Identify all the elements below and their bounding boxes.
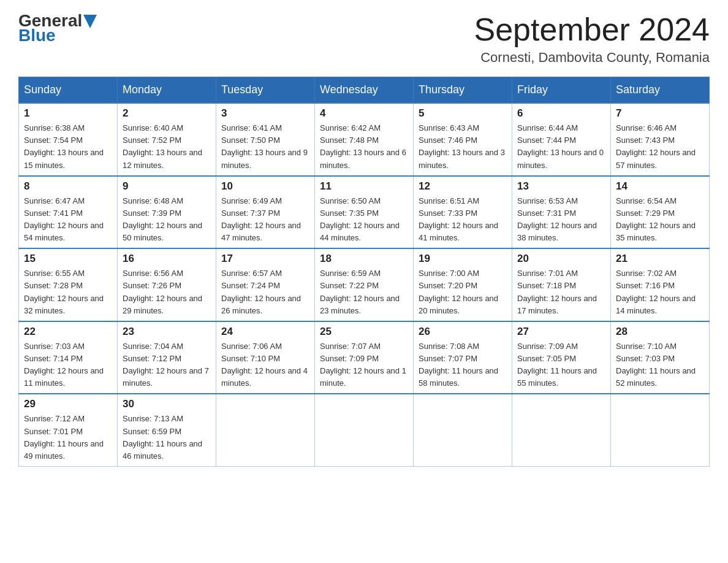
calendar-cell: 18Sunrise: 6:59 AMSunset: 7:22 PMDayligh… <box>315 248 414 321</box>
day-info: Sunrise: 6:53 AMSunset: 7:31 PMDaylight:… <box>517 195 605 245</box>
day-info: Sunrise: 6:38 AMSunset: 7:54 PMDaylight:… <box>24 122 112 172</box>
day-number: 15 <box>24 253 112 265</box>
day-number: 20 <box>517 253 605 265</box>
day-number: 21 <box>616 253 704 265</box>
day-info: Sunrise: 7:04 AMSunset: 7:12 PMDaylight:… <box>123 340 211 390</box>
day-info: Sunrise: 6:54 AMSunset: 7:29 PMDaylight:… <box>616 195 704 245</box>
day-number: 6 <box>517 107 605 120</box>
day-number: 9 <box>123 180 211 193</box>
calendar-cell: 29Sunrise: 7:12 AMSunset: 7:01 PMDayligh… <box>19 394 118 466</box>
calendar-cell: 4Sunrise: 6:42 AMSunset: 7:48 PMDaylight… <box>315 103 414 176</box>
calendar-cell: 30Sunrise: 7:13 AMSunset: 6:59 PMDayligh… <box>118 394 216 466</box>
calendar-table: SundayMondayTuesdayWednesdayThursdayFrid… <box>18 77 710 467</box>
day-number: 25 <box>320 326 408 338</box>
day-info: Sunrise: 6:42 AMSunset: 7:48 PMDaylight:… <box>320 122 408 172</box>
week-row-5: 29Sunrise: 7:12 AMSunset: 7:01 PMDayligh… <box>19 394 710 466</box>
day-number: 11 <box>320 180 408 193</box>
calendar-cell <box>611 394 710 466</box>
weekday-header-thursday: Thursday <box>414 77 512 104</box>
page-header: General Blue September 2024 Cornesti, Da… <box>18 12 710 66</box>
day-number: 16 <box>123 253 211 265</box>
day-info: Sunrise: 7:08 AMSunset: 7:07 PMDaylight:… <box>419 340 507 390</box>
day-info: Sunrise: 7:06 AMSunset: 7:10 PMDaylight:… <box>221 340 309 390</box>
calendar-cell: 17Sunrise: 6:57 AMSunset: 7:24 PMDayligh… <box>216 248 315 321</box>
day-number: 4 <box>320 107 408 120</box>
calendar-cell: 11Sunrise: 6:50 AMSunset: 7:35 PMDayligh… <box>315 176 414 249</box>
day-number: 10 <box>221 180 309 193</box>
calendar-cell <box>315 394 414 466</box>
calendar-cell: 28Sunrise: 7:10 AMSunset: 7:03 PMDayligh… <box>611 321 710 394</box>
day-info: Sunrise: 6:59 AMSunset: 7:22 PMDaylight:… <box>320 267 408 317</box>
weekday-header-wednesday: Wednesday <box>315 77 414 104</box>
day-info: Sunrise: 6:44 AMSunset: 7:44 PMDaylight:… <box>517 122 605 172</box>
day-number: 23 <box>123 326 211 338</box>
day-info: Sunrise: 6:48 AMSunset: 7:39 PMDaylight:… <box>123 195 211 245</box>
weekday-header-sunday: Sunday <box>19 77 118 104</box>
day-info: Sunrise: 6:57 AMSunset: 7:24 PMDaylight:… <box>221 267 309 317</box>
day-number: 17 <box>221 253 309 265</box>
weekday-header-tuesday: Tuesday <box>216 77 315 104</box>
day-info: Sunrise: 6:55 AMSunset: 7:28 PMDaylight:… <box>24 267 112 317</box>
day-info: Sunrise: 6:41 AMSunset: 7:50 PMDaylight:… <box>221 122 309 172</box>
weekday-header-row: SundayMondayTuesdayWednesdayThursdayFrid… <box>19 77 710 104</box>
weekday-header-monday: Monday <box>118 77 216 104</box>
day-info: Sunrise: 6:56 AMSunset: 7:26 PMDaylight:… <box>123 267 211 317</box>
day-info: Sunrise: 7:00 AMSunset: 7:20 PMDaylight:… <box>419 267 507 317</box>
day-number: 27 <box>517 326 605 338</box>
calendar-cell: 9Sunrise: 6:48 AMSunset: 7:39 PMDaylight… <box>118 176 216 249</box>
day-number: 30 <box>123 398 211 410</box>
day-number: 12 <box>419 180 507 193</box>
calendar-cell: 19Sunrise: 7:00 AMSunset: 7:20 PMDayligh… <box>414 248 512 321</box>
week-row-3: 15Sunrise: 6:55 AMSunset: 7:28 PMDayligh… <box>19 248 710 321</box>
day-number: 3 <box>221 107 309 120</box>
calendar-cell: 6Sunrise: 6:44 AMSunset: 7:44 PMDaylight… <box>512 103 611 176</box>
calendar-cell: 13Sunrise: 6:53 AMSunset: 7:31 PMDayligh… <box>512 176 611 249</box>
week-row-4: 22Sunrise: 7:03 AMSunset: 7:14 PMDayligh… <box>19 321 710 394</box>
calendar-cell: 7Sunrise: 6:46 AMSunset: 7:43 PMDaylight… <box>611 103 710 176</box>
day-number: 1 <box>24 107 112 120</box>
calendar-cell <box>216 394 315 466</box>
day-info: Sunrise: 7:03 AMSunset: 7:14 PMDaylight:… <box>24 340 112 390</box>
logo-triangle-icon <box>83 15 97 28</box>
calendar-cell: 20Sunrise: 7:01 AMSunset: 7:18 PMDayligh… <box>512 248 611 321</box>
day-info: Sunrise: 6:47 AMSunset: 7:41 PMDaylight:… <box>24 195 112 245</box>
calendar-cell: 24Sunrise: 7:06 AMSunset: 7:10 PMDayligh… <box>216 321 315 394</box>
day-number: 24 <box>221 326 309 338</box>
calendar-cell: 2Sunrise: 6:40 AMSunset: 7:52 PMDaylight… <box>118 103 216 176</box>
day-info: Sunrise: 7:01 AMSunset: 7:18 PMDaylight:… <box>517 267 605 317</box>
day-info: Sunrise: 7:09 AMSunset: 7:05 PMDaylight:… <box>517 340 605 390</box>
logo-blue-text: Blue <box>18 27 56 44</box>
day-number: 28 <box>616 326 704 338</box>
day-number: 13 <box>517 180 605 193</box>
calendar-cell: 5Sunrise: 6:43 AMSunset: 7:46 PMDaylight… <box>414 103 512 176</box>
day-number: 26 <box>419 326 507 338</box>
calendar-cell: 1Sunrise: 6:38 AMSunset: 7:54 PMDaylight… <box>19 103 118 176</box>
calendar-cell <box>512 394 611 466</box>
calendar-cell <box>414 394 512 466</box>
day-number: 18 <box>320 253 408 265</box>
day-number: 5 <box>419 107 507 120</box>
day-number: 7 <box>616 107 704 120</box>
day-number: 29 <box>24 398 112 410</box>
day-info: Sunrise: 6:50 AMSunset: 7:35 PMDaylight:… <box>320 195 408 245</box>
day-info: Sunrise: 6:40 AMSunset: 7:52 PMDaylight:… <box>123 122 211 172</box>
calendar-cell: 12Sunrise: 6:51 AMSunset: 7:33 PMDayligh… <box>414 176 512 249</box>
day-info: Sunrise: 7:10 AMSunset: 7:03 PMDaylight:… <box>616 340 704 390</box>
day-info: Sunrise: 6:51 AMSunset: 7:33 PMDaylight:… <box>419 195 507 245</box>
calendar-cell: 27Sunrise: 7:09 AMSunset: 7:05 PMDayligh… <box>512 321 611 394</box>
day-number: 14 <box>616 180 704 193</box>
day-number: 19 <box>419 253 507 265</box>
calendar-cell: 21Sunrise: 7:02 AMSunset: 7:16 PMDayligh… <box>611 248 710 321</box>
calendar-cell: 10Sunrise: 6:49 AMSunset: 7:37 PMDayligh… <box>216 176 315 249</box>
calendar-cell: 15Sunrise: 6:55 AMSunset: 7:28 PMDayligh… <box>19 248 118 321</box>
day-info: Sunrise: 7:02 AMSunset: 7:16 PMDaylight:… <box>616 267 704 317</box>
calendar-cell: 16Sunrise: 6:56 AMSunset: 7:26 PMDayligh… <box>118 248 216 321</box>
day-number: 2 <box>123 107 211 120</box>
svg-marker-0 <box>83 15 97 28</box>
week-row-1: 1Sunrise: 6:38 AMSunset: 7:54 PMDaylight… <box>19 103 710 176</box>
day-info: Sunrise: 6:46 AMSunset: 7:43 PMDaylight:… <box>616 122 704 172</box>
location-text: Cornesti, Dambovita County, Romania <box>474 50 710 66</box>
day-info: Sunrise: 7:13 AMSunset: 6:59 PMDaylight:… <box>123 413 211 462</box>
calendar-cell: 26Sunrise: 7:08 AMSunset: 7:07 PMDayligh… <box>414 321 512 394</box>
day-info: Sunrise: 7:12 AMSunset: 7:01 PMDaylight:… <box>24 413 112 462</box>
